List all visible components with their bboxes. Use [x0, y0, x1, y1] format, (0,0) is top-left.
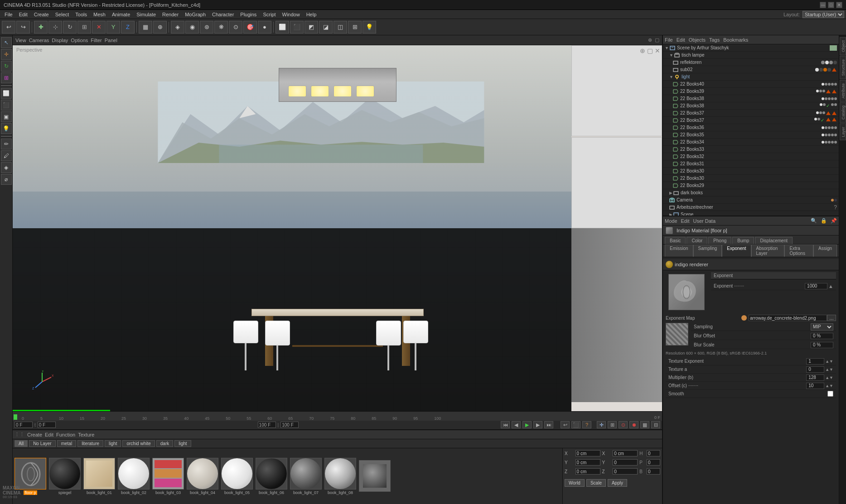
- tab-exponent[interactable]: Exponent: [722, 245, 751, 257]
- tb-extra5[interactable]: ⊙: [229, 21, 242, 34]
- scale-button[interactable]: ⊞: [77, 21, 91, 34]
- filter-nolayer[interactable]: No Layer: [29, 440, 56, 447]
- go-start-button[interactable]: ⏮: [501, 421, 510, 428]
- multiplier-input[interactable]: [806, 374, 824, 381]
- viewport-settings-icon[interactable]: ▢: [647, 47, 653, 54]
- vtab-layer[interactable]: Layer: [840, 124, 846, 140]
- redo-button[interactable]: ↪: [16, 21, 30, 34]
- menu-script[interactable]: Script: [260, 11, 278, 18]
- offset-spin[interactable]: ▲▼: [825, 384, 833, 388]
- input-z-pos[interactable]: [575, 468, 600, 475]
- menu-character[interactable]: Character: [209, 11, 237, 18]
- obj-books37a[interactable]: 22 Books37: [663, 110, 839, 117]
- vtab-object[interactable]: Object: [840, 37, 846, 55]
- tab-displacement[interactable]: Displacement: [755, 237, 793, 244]
- vt-cameras[interactable]: Cameras: [29, 38, 49, 43]
- timeline-settings[interactable]: ⊟: [651, 421, 660, 428]
- input-y-rot[interactable]: [613, 459, 638, 466]
- end-time-input[interactable]: [280, 422, 299, 428]
- new-object-button[interactable]: ✚: [34, 21, 48, 34]
- input-h[interactable]: [647, 450, 660, 456]
- input-x-rot[interactable]: [613, 450, 638, 456]
- vt-panel[interactable]: Panel: [105, 38, 117, 43]
- menu-animate[interactable]: Animate: [109, 11, 133, 18]
- lt-cube[interactable]: ⬜: [1, 88, 12, 99]
- obj-tisch-lampe[interactable]: ▼ tisch lampe: [663, 52, 839, 59]
- tex-exp-spin[interactable]: ▲▼: [825, 359, 833, 364]
- menu-window[interactable]: Window: [280, 11, 303, 18]
- input-y-pos[interactable]: [575, 459, 600, 466]
- tb-extra2[interactable]: ◉: [185, 21, 199, 34]
- obj-books37b[interactable]: 22 Books37 ✓: [663, 117, 839, 124]
- menu-render[interactable]: Render: [160, 11, 181, 18]
- filter-light1[interactable]: light: [105, 440, 121, 447]
- menu-edit[interactable]: Edit: [16, 11, 30, 18]
- input-z-rot[interactable]: [613, 468, 638, 475]
- tab-color[interactable]: Color: [686, 237, 707, 244]
- sampling-select[interactable]: MIP: [811, 323, 833, 331]
- scale-button-tp[interactable]: Scale: [586, 479, 606, 487]
- stop-button[interactable]: ⬛: [571, 421, 580, 428]
- obj-books30a[interactable]: 22 Books30: [663, 168, 839, 175]
- obj-scene2[interactable]: ▶ Scene: [663, 211, 839, 216]
- apply-button[interactable]: Apply: [608, 479, 627, 487]
- loop-button[interactable]: ↩: [561, 421, 570, 428]
- attr-mode[interactable]: Mode: [665, 218, 677, 224]
- lt-rotate[interactable]: ↻: [1, 61, 12, 72]
- tab-bump[interactable]: Bump: [732, 237, 754, 244]
- lt-pen[interactable]: ✏: [1, 139, 12, 149]
- grid-button[interactable]: ▦: [139, 21, 152, 34]
- tb-render7[interactable]: 💡: [363, 21, 376, 34]
- lt-erase[interactable]: ◈: [1, 162, 12, 173]
- vt-filter[interactable]: Filter: [91, 38, 102, 43]
- vt-display[interactable]: Display: [52, 38, 68, 43]
- tab-emission[interactable]: Emission: [665, 245, 693, 257]
- mat-function[interactable]: Function: [56, 432, 75, 437]
- viewport-3d[interactable]: Perspective ⊕ ▢ ✕ X Y Z: [13, 45, 662, 411]
- vtab-catalog[interactable]: Catalog: [840, 102, 846, 123]
- blur-scale-input[interactable]: [811, 342, 833, 348]
- minimize-button[interactable]: —: [820, 2, 826, 8]
- filter-orchid[interactable]: orchid white: [122, 440, 155, 447]
- snap-button[interactable]: ⊕: [153, 21, 167, 34]
- attr-userdata[interactable]: User Data: [693, 218, 716, 224]
- obj-books40[interactable]: 22 Books40: [663, 81, 839, 88]
- mat-book07[interactable]: book_light_07: [290, 458, 322, 495]
- tb-render1[interactable]: ⬜: [276, 21, 289, 34]
- obj-sub02[interactable]: sub02: [663, 66, 839, 73]
- filter-all[interactable]: All: [15, 440, 28, 447]
- obj-books32[interactable]: 22 Books32: [663, 153, 839, 160]
- obj-books29[interactable]: 22 Books29: [663, 182, 839, 189]
- mat-book04[interactable]: book_light_04: [187, 458, 218, 495]
- tab-sampling[interactable]: Sampling: [693, 245, 722, 257]
- filter-literature[interactable]: literature: [77, 440, 103, 447]
- filter-dark[interactable]: dark: [156, 440, 173, 447]
- mat-book03[interactable]: book_light_03: [152, 458, 184, 495]
- tb-extra6[interactable]: 🎯: [243, 21, 257, 34]
- mat-book05[interactable]: book_light_05: [221, 458, 253, 495]
- vt-view[interactable]: View: [15, 38, 26, 43]
- auto-key-button[interactable]: ⊙: [619, 421, 628, 428]
- tab-phong[interactable]: Phong: [708, 237, 731, 244]
- lt-knife[interactable]: ⌀: [1, 174, 12, 185]
- obj-file[interactable]: File: [665, 37, 673, 43]
- obj-bookmarks[interactable]: Bookmarks: [723, 37, 748, 43]
- lt-light2[interactable]: 💡: [1, 123, 12, 134]
- tb-extra1[interactable]: ◈: [171, 21, 184, 34]
- exponent-map-browse[interactable]: …: [827, 315, 836, 321]
- exponent-input[interactable]: [805, 283, 827, 289]
- obj-books39[interactable]: 22 Books39: [663, 88, 839, 95]
- mat-row2-1[interactable]: [359, 460, 391, 493]
- exponent-inc-btn[interactable]: ▲: [828, 283, 833, 289]
- tb-render4[interactable]: ◪: [319, 21, 333, 34]
- obj-camera[interactable]: Camera: [663, 197, 839, 204]
- current-time-input[interactable]: [38, 422, 56, 428]
- go-end-button[interactable]: ⏭: [544, 421, 553, 428]
- current-frame-input[interactable]: [15, 422, 33, 428]
- vt-options[interactable]: Options: [71, 38, 88, 43]
- rotate-button[interactable]: ↻: [63, 21, 77, 34]
- menu-plugins[interactable]: Plugins: [237, 11, 259, 18]
- layout-select[interactable]: Startup (User): [802, 11, 844, 18]
- mat-edit[interactable]: Edit: [45, 432, 53, 437]
- tb-render3[interactable]: ◩: [305, 21, 318, 34]
